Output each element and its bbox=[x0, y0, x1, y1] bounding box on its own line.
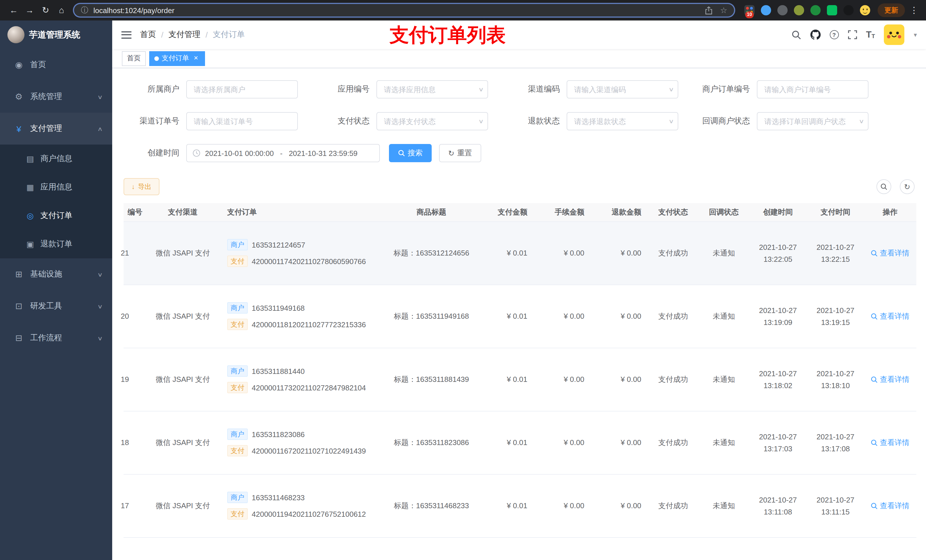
caret-down-icon[interactable]: ▾ bbox=[914, 31, 917, 38]
cell-refund: ¥ 0.00 bbox=[590, 474, 648, 537]
tab-pay-order[interactable]: 支付订单 × bbox=[149, 51, 205, 66]
logo-avatar bbox=[8, 26, 24, 43]
view-detail-link[interactable]: 查看详情 bbox=[871, 311, 909, 321]
field-app-id: 应用编号 ∨ bbox=[314, 80, 499, 98]
channel-order-no-input[interactable] bbox=[186, 112, 298, 130]
extension-check-icon[interactable] bbox=[810, 5, 821, 15]
extension-gray-icon[interactable] bbox=[777, 5, 788, 15]
sidebar-item-pay-order[interactable]: ◎ 支付订单 bbox=[0, 201, 112, 230]
github-icon[interactable] bbox=[810, 30, 820, 40]
merchant-tag: 商户 bbox=[227, 302, 248, 314]
url-text[interactable]: localhost:1024/pay/order bbox=[94, 6, 698, 15]
date-separator: - bbox=[278, 149, 284, 157]
logo[interactable]: 芋道管理系统 bbox=[0, 21, 112, 49]
extension-olive-icon[interactable] bbox=[794, 5, 804, 15]
close-icon[interactable]: × bbox=[192, 54, 200, 62]
search-icon[interactable] bbox=[791, 30, 801, 39]
app-id-select[interactable] bbox=[377, 80, 488, 98]
sidebar-item-payment[interactable]: ¥ 支付管理 ∧ bbox=[0, 113, 112, 145]
extension-drop-icon[interactable] bbox=[761, 5, 771, 15]
emoji-extension-icon[interactable] bbox=[860, 5, 870, 15]
search-button[interactable]: 搜索 bbox=[389, 144, 432, 162]
breadcrumb-section[interactable]: 支付管理 bbox=[169, 30, 200, 40]
cell-create-time bbox=[749, 537, 807, 560]
yen-icon: ¥ bbox=[12, 124, 25, 133]
search-form: 所属商户 应用编号 ∨ 渠道编码 ∨ 商户订单编号 渠道订单号 bbox=[112, 68, 926, 162]
merchant-input[interactable] bbox=[186, 80, 298, 98]
sidebar-toggle[interactable] bbox=[121, 31, 132, 38]
refresh-icon: ↻ bbox=[448, 149, 454, 157]
cell-create-time: 2021-10-2713:22:05 bbox=[749, 221, 807, 285]
hide-search-button[interactable] bbox=[876, 179, 891, 194]
fullscreen-icon[interactable] bbox=[848, 30, 857, 39]
browser-toolbar: ← → ↻ ⌂ ⓘ localhost:1024/pay/order ☆ 10 … bbox=[0, 0, 926, 21]
field-label: 支付状态 bbox=[314, 116, 377, 126]
view-detail-link[interactable]: 查看详情 bbox=[871, 501, 909, 511]
view-detail-link[interactable]: 查看详情 bbox=[871, 248, 909, 258]
browser-update-button[interactable]: 更新 bbox=[878, 3, 905, 17]
cell-fee: ¥ 0.00 bbox=[534, 474, 590, 537]
sidebar-menu: ◉ 首页 ⚙ 系统管理 ∨ ¥ 支付管理 ∧ ▤ 商户信息 ▦ 应用信 bbox=[0, 49, 112, 354]
breadcrumb-home[interactable]: 首页 bbox=[140, 30, 156, 40]
browser-back-button[interactable]: ← bbox=[6, 2, 22, 18]
gear-icon: ⚙ bbox=[12, 92, 25, 102]
notify-status-select[interactable] bbox=[757, 112, 869, 130]
merchant-order-no-input[interactable] bbox=[757, 80, 869, 98]
table-row: 17 微信 JSAPI 支付 商户1635311468233 支付4200001… bbox=[124, 474, 916, 537]
channel-code-select[interactable] bbox=[567, 80, 678, 98]
bookmark-star-icon[interactable]: ☆ bbox=[720, 6, 727, 15]
sidebar-item-workflow[interactable]: ⊟ 工作流程 ∨ bbox=[0, 322, 112, 354]
sidebar-item-home[interactable]: ◉ 首页 bbox=[0, 49, 112, 81]
field-label: 应用编号 bbox=[314, 84, 377, 95]
extension-grid-icon[interactable]: 10 bbox=[744, 5, 755, 15]
cell-channel: 微信 JSAPI 支付 bbox=[146, 474, 219, 537]
sidebar-item-label: 支付管理 bbox=[30, 124, 98, 134]
cell-pay-order: 商户1635311823086 支付4200001167202110271022… bbox=[219, 411, 379, 474]
extension-green-square-icon[interactable] bbox=[827, 5, 837, 15]
cell-status: 支付成功 bbox=[648, 285, 699, 348]
site-info-icon[interactable]: ⓘ bbox=[81, 5, 88, 15]
browser-forward-button[interactable]: → bbox=[22, 2, 38, 18]
sidebar-item-merchant-info[interactable]: ▤ 商户信息 bbox=[0, 145, 112, 173]
sidebar-item-app-info[interactable]: ▦ 应用信息 bbox=[0, 173, 112, 201]
sidebar-item-system[interactable]: ⚙ 系统管理 ∨ bbox=[0, 81, 112, 113]
user-avatar[interactable] bbox=[884, 24, 905, 45]
view-detail-link[interactable]: 查看详情 bbox=[871, 374, 909, 385]
forward-icon: → bbox=[25, 5, 34, 15]
table-tools: ↻ bbox=[876, 179, 915, 194]
view-detail-link[interactable]: 查看详情 bbox=[871, 437, 909, 448]
cell-notify-status: 未通知 bbox=[699, 221, 749, 285]
breadcrumb-separator: / bbox=[206, 30, 208, 39]
main-content: 首页 / 支付管理 / 支付订单 支付订单列表 ? bbox=[112, 21, 926, 560]
pay-order-no: 4200001181202110277723215336 bbox=[252, 320, 366, 329]
export-button[interactable]: ↓ 导出 bbox=[124, 178, 159, 195]
field-pay-status: 支付状态 ∨ bbox=[314, 112, 499, 130]
navbar-actions: ? TT ▾ bbox=[791, 24, 917, 45]
pay-status-select[interactable] bbox=[377, 112, 488, 130]
browser-menu-button[interactable]: ⋮ bbox=[908, 5, 920, 15]
pay-tag: 支付 bbox=[227, 445, 248, 456]
help-icon[interactable]: ? bbox=[829, 30, 838, 39]
cell-title: 标题：1635312124656 bbox=[379, 221, 484, 285]
sidebar-item-infrastructure[interactable]: ⊞ 基础设施 ∨ bbox=[0, 258, 112, 290]
refund-status-select[interactable] bbox=[567, 112, 678, 130]
breadcrumb-current: 支付订单 bbox=[213, 30, 245, 40]
font-size-icon[interactable]: TT bbox=[866, 30, 875, 39]
address-bar[interactable]: ⓘ localhost:1024/pay/order ☆ bbox=[73, 3, 735, 18]
sidebar-item-dev-tools[interactable]: ⊡ 研发工具 ∨ bbox=[0, 290, 112, 322]
cell-title: 标题：1635311468233 bbox=[379, 474, 484, 537]
share-icon[interactable] bbox=[705, 6, 713, 15]
cell-status: 支付成功 bbox=[648, 221, 699, 285]
extension-dark-icon[interactable] bbox=[843, 5, 854, 15]
sidebar-item-refund-order[interactable]: ▣ 退款订单 bbox=[0, 230, 112, 258]
pay-order-no: 4200001194202110276752100612 bbox=[252, 510, 366, 518]
browser-reload-button[interactable]: ↻ bbox=[38, 2, 53, 18]
date-range-picker[interactable]: 2021-10-01 00:00:00 - 2021-10-31 23:59:5… bbox=[186, 144, 380, 162]
question-mark: ? bbox=[829, 30, 838, 39]
breadcrumb-separator: / bbox=[161, 30, 163, 39]
tab-home[interactable]: 首页 bbox=[122, 51, 146, 66]
refresh-button[interactable]: ↻ bbox=[900, 179, 915, 194]
reset-button[interactable]: ↻ 重置 bbox=[439, 144, 481, 162]
cell-channel: 微信 JSAPI 支付 bbox=[146, 411, 219, 474]
browser-home-button[interactable]: ⌂ bbox=[53, 2, 70, 18]
